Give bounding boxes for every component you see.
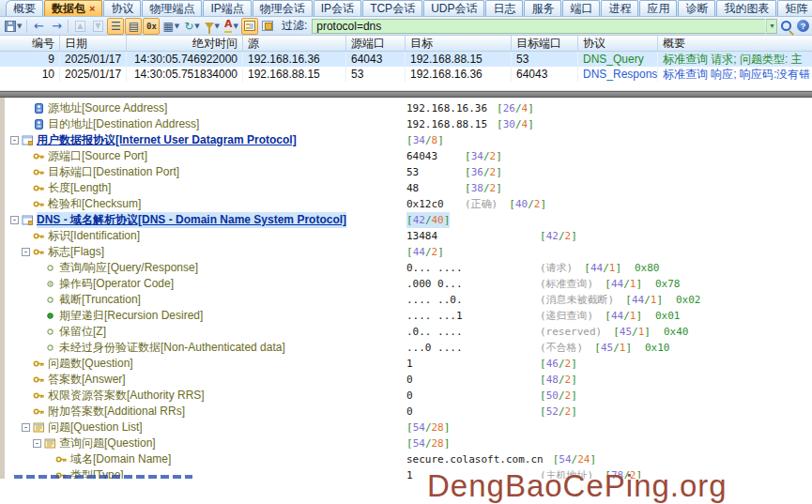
detail-row[interactable]: 附加答案数[Additional RRs]0[52/2] [5, 404, 812, 420]
tab-10[interactable]: 服务 [524, 0, 561, 16]
detail-row[interactable]: 检验和[Checksum]0x12c0(正确)[40/2] [5, 196, 812, 212]
next-bookmark-button[interactable]: ▼ [89, 18, 106, 35]
field-hex: 0x78 [655, 276, 681, 292]
tab-8[interactable]: UDP会话 [423, 0, 484, 16]
tab-15[interactable]: 我的图表 [716, 0, 776, 16]
toolbar-separator [26, 20, 27, 33]
tab-16[interactable]: 矩阵 [777, 0, 812, 16]
detail-row[interactable]: 目的地址[Destination Address]192.168.88.15[3… [5, 116, 812, 132]
collapse-icon[interactable]: - [10, 136, 19, 145]
filter-input[interactable]: protocol=dns [312, 19, 765, 34]
detail-row[interactable]: 查询/响应[Query/Response]0... ....(请求)[44/1]… [5, 260, 812, 276]
packet-cell-time: 14:30:05.746922000 [127, 52, 243, 67]
collapse-icon[interactable]: - [22, 248, 30, 256]
detail-row[interactable]: -DNS - 域名解析协议[DNS - Domain Name System P… [5, 212, 812, 228]
column-header-0[interactable]: 编号 [0, 36, 60, 51]
tab-5[interactable]: 物理会话 [253, 0, 313, 16]
column-header-2[interactable]: 绝对时间 [127, 36, 243, 51]
detail-row[interactable]: 权限资源答案数[Authority RRS]0[50/2] [5, 388, 812, 404]
tab-11[interactable]: 端口 [562, 0, 600, 16]
field-value: 1 [406, 356, 530, 372]
column-header-7[interactable]: 协议 [578, 36, 658, 51]
detail-row[interactable]: 问题数[Question]1[46/2] [5, 356, 812, 372]
highlight-button[interactable]: A▼ [222, 18, 240, 35]
collapse-icon[interactable]: - [10, 216, 19, 224]
next-packet-button[interactable]: → [48, 18, 65, 35]
column-header-4[interactable]: 源端口 [346, 36, 406, 51]
detail-row[interactable]: 期望递归[Recursion Desired].... ...1(递归查询)[4… [5, 308, 812, 324]
tab-label: 数据包 [52, 1, 85, 17]
folder-icon [44, 437, 56, 450]
detail-view-toggle[interactable]: ▤ [125, 18, 142, 35]
field-hex: 0x02 [676, 292, 701, 308]
tab-0[interactable]: 概要 [6, 0, 43, 16]
packet-cell-dst: 192.168.16.36 [406, 67, 512, 82]
field-label: 目的地址[Destination Address] [48, 116, 199, 132]
column-header-5[interactable]: 目标 [406, 36, 512, 51]
view-tabbar: 概要数据包×协议物理端点IP端点物理会话IP会话TCP会话UDP会话日志服务端口… [0, 0, 812, 17]
help-button[interactable]: ? [797, 20, 809, 32]
column-header-8[interactable]: 概要 [658, 36, 812, 51]
detail-row[interactable]: 域名[Domain Name]secure.colasoft.com.cn[54… [5, 451, 812, 467]
detail-row[interactable]: 答案数[Answer]0[48/2] [5, 372, 812, 388]
field-label: 未经过身份验证数据[Non-Authenticated data] [59, 340, 285, 356]
tab-7[interactable]: TCP会话 [362, 0, 422, 16]
field-label: 域名[Domain Name] [70, 451, 171, 467]
packet-cell-proto: DNS_Query [578, 52, 658, 67]
detail-row[interactable]: 长度[Length]48[38/2] [5, 180, 812, 196]
packet-row[interactable]: 92025/01/1714:30:05.746922000192.168.16.… [0, 52, 812, 67]
prev-packet-button[interactable]: ← [30, 18, 47, 35]
collapse-icon[interactable]: - [33, 439, 41, 448]
proto-icon [22, 214, 34, 226]
detail-view-icon: ▤ [129, 21, 139, 32]
prev-bookmark-button[interactable]: ▲ [71, 18, 88, 35]
search-icon[interactable] [781, 21, 791, 31]
detail-row[interactable]: -查询问题[Question][54/28] [5, 435, 812, 451]
tab-12[interactable]: 进程 [601, 0, 638, 16]
tree-pane-toggle[interactable] [241, 18, 258, 35]
chevron-down-icon: ▼ [769, 23, 775, 29]
filter-dropdown-button[interactable]: ▼ [766, 19, 777, 34]
detail-row[interactable]: 源端口[Source Port]64043[34/2] [5, 148, 812, 164]
tab-6[interactable]: IP会话 [314, 0, 361, 16]
offset-length-badge: [46/2] [540, 356, 577, 372]
lock-window-button[interactable] [259, 18, 276, 35]
tab-13[interactable]: 应用 [639, 0, 677, 16]
filter-menu-button[interactable]: ▼ [203, 18, 222, 35]
detail-row[interactable]: -标志[Flags][44/2] [5, 244, 812, 260]
horizontal-splitter[interactable] [0, 91, 812, 98]
detail-row[interactable]: 源地址[Source Address]192.168.16.36[26/4] [5, 100, 812, 116]
field-label: 源端口[Source Port] [48, 148, 147, 164]
hex-view-toggle[interactable]: 0x [143, 18, 160, 35]
collapse-icon[interactable]: - [22, 423, 30, 432]
detail-row[interactable]: 截断[Truncation].... ..0.(消息未被截断)[44/1]0x0… [5, 292, 812, 308]
columns-button[interactable]: ▦▼ [161, 18, 181, 35]
field-value: 0 [406, 388, 530, 404]
tab-1[interactable]: 数据包× [44, 0, 102, 16]
refresh-button[interactable]: ↻▼ [182, 18, 201, 35]
tab-label: 日志 [493, 1, 515, 17]
packet-row[interactable]: 102025/01/1714:30:05.751834000192.168.88… [0, 67, 812, 82]
tab-9[interactable]: 日志 [485, 0, 523, 16]
field-values: 1[46/2] [406, 356, 579, 372]
tab-2[interactable]: 协议 [103, 0, 141, 16]
tab-label: 概要 [13, 1, 36, 17]
detail-row[interactable]: 保留位[Z].0.. ....(reserved)[45/1]0x40 [5, 324, 812, 340]
column-header-6[interactable]: 目标端口 [512, 36, 578, 51]
column-header-1[interactable]: 日期 [60, 36, 127, 51]
list-view-toggle[interactable]: ☰ [107, 18, 124, 35]
field-note: (不合格) [540, 340, 583, 356]
tab-4[interactable]: IP端点 [203, 0, 251, 16]
tab-14[interactable]: 诊断 [678, 0, 715, 16]
save-button[interactable]: ▼ [3, 18, 23, 35]
column-header-3[interactable]: 源 [243, 36, 346, 51]
detail-row[interactable]: 标识[Identification]13484[42/2] [5, 228, 812, 244]
close-icon[interactable]: × [89, 3, 95, 14]
detail-row[interactable]: 未经过身份验证数据[Non-Authenticated data]...0 ..… [5, 340, 812, 356]
detail-row[interactable]: 操作码[Operator Code].000 0...(标准查询)[44/1]0… [5, 276, 812, 292]
detail-row[interactable]: -问题[Question List][54/28] [5, 420, 812, 435]
detail-row[interactable]: 目标端口[Destination Port]53[36/2] [5, 164, 812, 180]
tab-3[interactable]: 物理端点 [142, 0, 202, 16]
detail-row[interactable]: -用户数据报协议[Internet User Datagram Protocol… [5, 132, 812, 148]
field-note: (主机地址) [540, 467, 593, 479]
